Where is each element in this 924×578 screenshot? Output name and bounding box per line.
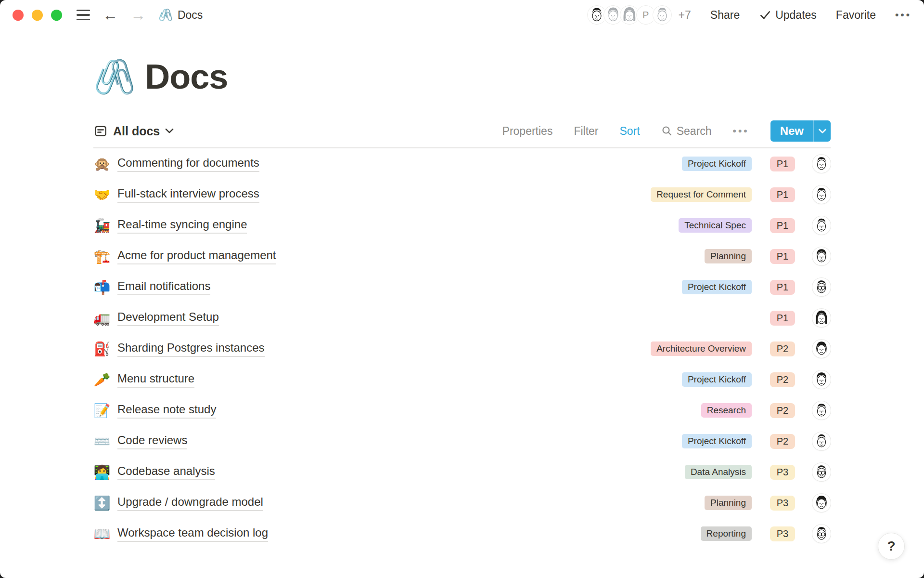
collaborator-overflow-count[interactable]: +7 bbox=[679, 9, 691, 22]
zoom-window-button[interactable] bbox=[51, 10, 62, 21]
doc-type-tag[interactable]: Request for Comment bbox=[651, 187, 752, 202]
doc-row[interactable]: ↕️ Upgrade / downgrade model Planning P3 bbox=[93, 487, 831, 518]
share-button[interactable]: Share bbox=[710, 9, 740, 22]
doc-row[interactable]: 👩‍💻 Codebase analysis Data Analysis P3 bbox=[93, 457, 831, 487]
doc-priority-badge[interactable]: P2 bbox=[770, 342, 795, 356]
doc-type-tag[interactable]: Project Kickoff bbox=[682, 372, 752, 387]
doc-assignee-avatar[interactable] bbox=[812, 278, 831, 296]
doc-row[interactable]: 🥕 Menu structure Project Kickoff P2 bbox=[93, 364, 831, 395]
doc-row[interactable]: 🏗️ Acme for product management Planning … bbox=[93, 241, 831, 272]
doc-priority-badge[interactable]: P3 bbox=[770, 526, 795, 541]
doc-priority-badge[interactable]: P1 bbox=[770, 187, 795, 202]
back-arrow-icon[interactable]: ← bbox=[103, 7, 118, 23]
search-label: Search bbox=[677, 125, 712, 138]
doc-type-tag[interactable]: Project Kickoff bbox=[682, 280, 752, 294]
doc-title-link[interactable]: Commenting for documents bbox=[117, 156, 259, 172]
chevron-down-icon bbox=[165, 128, 174, 134]
filter-button[interactable]: Filter bbox=[574, 125, 598, 138]
doc-row[interactable]: ⛽ Sharding Postgres instances Architectu… bbox=[93, 333, 831, 364]
doc-assignee-avatar[interactable] bbox=[812, 216, 831, 235]
sidebar-toggle-icon[interactable] bbox=[77, 10, 90, 21]
doc-title-link[interactable]: Workspace team decision log bbox=[117, 526, 268, 542]
doc-emoji-icon: 📝 bbox=[93, 403, 111, 419]
doc-assignee-avatar[interactable] bbox=[812, 247, 831, 265]
paperclip-emoji-icon: 🖇️ bbox=[158, 8, 173, 22]
doc-assignee-avatar[interactable] bbox=[812, 370, 831, 389]
search-icon bbox=[661, 125, 673, 137]
doc-row[interactable]: 🚛 Development Setup P1 bbox=[93, 302, 831, 333]
doc-type-tag[interactable]: Architecture Overview bbox=[651, 342, 752, 356]
doc-title-link[interactable]: Codebase analysis bbox=[117, 464, 215, 480]
doc-row[interactable]: 🤝 Full-stack interview process Request f… bbox=[93, 179, 831, 210]
favorite-label: Favorite bbox=[836, 9, 876, 22]
chevron-down-icon bbox=[819, 129, 826, 134]
doc-assignee-avatar[interactable] bbox=[812, 525, 831, 543]
doc-emoji-icon: ⛽ bbox=[93, 341, 111, 357]
new-button[interactable]: New bbox=[770, 120, 813, 142]
doc-list: 🙊 Commenting for documents Project Kicko… bbox=[93, 148, 831, 549]
doc-emoji-icon: 🙊 bbox=[93, 156, 111, 172]
doc-priority-badge[interactable]: P1 bbox=[770, 280, 795, 295]
doc-title-link[interactable]: Release note study bbox=[117, 403, 216, 419]
doc-row[interactable]: 📬 Email notifications Project Kickoff P1 bbox=[93, 272, 831, 302]
doc-priority-badge[interactable]: P3 bbox=[770, 496, 795, 511]
doc-type-tag[interactable]: Reporting bbox=[701, 526, 752, 541]
doc-priority-badge[interactable]: P2 bbox=[770, 434, 795, 449]
doc-assignee-avatar[interactable] bbox=[812, 401, 831, 420]
doc-priority-badge[interactable]: P3 bbox=[770, 465, 795, 480]
doc-assignee-avatar[interactable] bbox=[812, 494, 831, 512]
doc-emoji-icon: 🚛 bbox=[93, 310, 111, 326]
updates-button[interactable]: Updates bbox=[759, 9, 817, 22]
sort-button[interactable]: Sort bbox=[620, 125, 640, 138]
doc-assignee-avatar[interactable] bbox=[812, 340, 831, 358]
doc-row[interactable]: 🚂 Real-time syncing engine Technical Spe… bbox=[93, 210, 831, 241]
toolbar-more-button[interactable]: ••• bbox=[733, 125, 749, 137]
view-switcher[interactable]: All docs bbox=[93, 124, 174, 138]
doc-title-link[interactable]: Upgrade / downgrade model bbox=[117, 495, 263, 511]
doc-priority-badge[interactable]: P2 bbox=[770, 403, 795, 418]
doc-row[interactable]: 🙊 Commenting for documents Project Kicko… bbox=[93, 148, 831, 179]
doc-title-link[interactable]: Sharding Postgres instances bbox=[117, 341, 265, 357]
breadcrumb[interactable]: 🖇️ Docs bbox=[158, 8, 203, 22]
doc-row[interactable]: 📖 Workspace team decision log Reporting … bbox=[93, 518, 831, 549]
doc-row[interactable]: ⌨️ Code reviews Project Kickoff P2 bbox=[93, 426, 831, 457]
doc-type-tag[interactable]: Project Kickoff bbox=[682, 434, 752, 448]
doc-row[interactable]: 📝 Release note study Research P2 bbox=[93, 395, 831, 426]
search-button[interactable]: Search bbox=[661, 125, 712, 138]
doc-type-tag[interactable]: Research bbox=[701, 403, 752, 418]
doc-priority-badge[interactable]: P2 bbox=[770, 372, 795, 387]
doc-type-tag[interactable]: Planning bbox=[705, 496, 752, 510]
doc-type-tag[interactable]: Project Kickoff bbox=[682, 157, 752, 171]
help-button[interactable]: ? bbox=[878, 533, 905, 560]
new-dropdown-button[interactable] bbox=[813, 120, 831, 142]
doc-title-link[interactable]: Development Setup bbox=[117, 310, 219, 326]
doc-title-link[interactable]: Full-stack interview process bbox=[117, 187, 259, 203]
doc-emoji-icon: 📖 bbox=[93, 526, 111, 542]
doc-priority-badge[interactable]: P1 bbox=[770, 218, 795, 233]
doc-priority-badge[interactable]: P1 bbox=[770, 249, 795, 264]
doc-title-link[interactable]: Acme for product management bbox=[117, 249, 276, 264]
doc-title-link[interactable]: Email notifications bbox=[117, 279, 210, 295]
page-icon-paperclip-emoji[interactable]: 🖇️ bbox=[93, 60, 135, 93]
collaborator-facepile[interactable]: P bbox=[586, 4, 673, 26]
more-options-button[interactable]: ••• bbox=[895, 9, 911, 21]
close-window-button[interactable] bbox=[13, 10, 24, 21]
doc-assignee-avatar[interactable] bbox=[812, 309, 831, 327]
collaborator-avatar[interactable] bbox=[652, 4, 673, 26]
doc-type-tag[interactable]: Technical Spec bbox=[679, 218, 752, 233]
doc-assignee-avatar[interactable] bbox=[812, 185, 831, 204]
doc-title-link[interactable]: Code reviews bbox=[117, 434, 187, 449]
doc-assignee-avatar[interactable] bbox=[812, 463, 831, 481]
doc-assignee-avatar[interactable] bbox=[812, 155, 831, 173]
properties-button[interactable]: Properties bbox=[502, 125, 553, 138]
doc-title-link[interactable]: Menu structure bbox=[117, 372, 194, 388]
doc-assignee-avatar[interactable] bbox=[812, 432, 831, 450]
doc-title-link[interactable]: Real-time syncing engine bbox=[117, 218, 247, 234]
doc-priority-badge[interactable]: P1 bbox=[770, 311, 795, 326]
doc-priority-badge[interactable]: P1 bbox=[770, 157, 795, 171]
doc-type-tag[interactable]: Data Analysis bbox=[685, 465, 752, 479]
doc-type-tag[interactable]: Planning bbox=[705, 249, 752, 263]
doc-emoji-icon: 📬 bbox=[93, 279, 111, 295]
favorite-button[interactable]: Favorite bbox=[836, 9, 876, 22]
minimize-window-button[interactable] bbox=[32, 10, 43, 21]
